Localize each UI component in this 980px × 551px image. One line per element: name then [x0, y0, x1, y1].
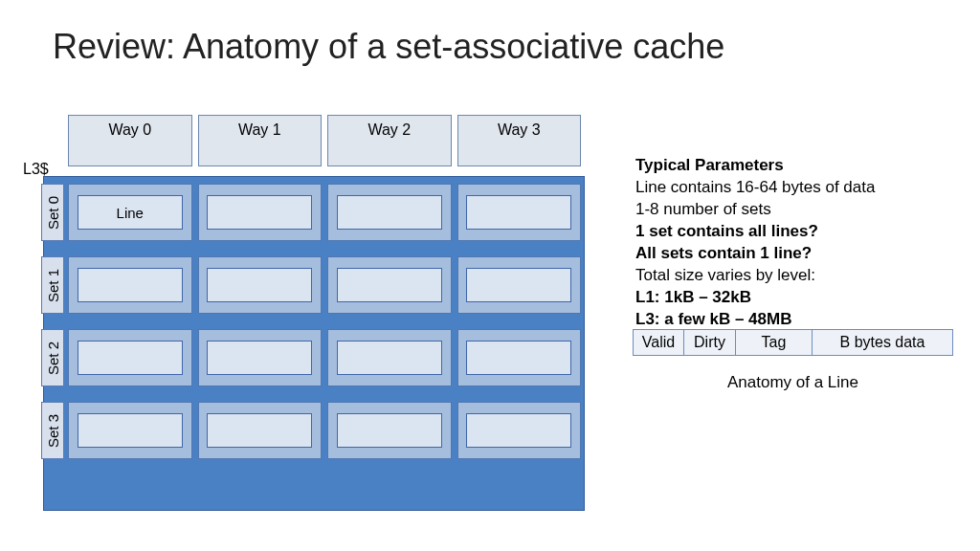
- set-row: Set 2: [41, 329, 581, 386]
- info-line: 1-8 number of sets: [635, 199, 951, 221]
- way-header-2: Way 2: [327, 115, 452, 166]
- cache-line-cell: [327, 402, 452, 459]
- set-label-3: Set 3: [41, 402, 64, 459]
- line-box: [337, 268, 442, 302]
- set-row: Set 1: [41, 256, 581, 314]
- line-box: [78, 268, 183, 302]
- set-label-1: Set 1: [41, 256, 64, 314]
- cache-line-cell: [327, 184, 452, 241]
- way-header-3: Way 3: [457, 115, 582, 166]
- line-box: [207, 195, 312, 230]
- set-label-2: Set 2: [41, 329, 64, 386]
- cache-line-cell: [68, 256, 192, 314]
- cache-line-cell: [198, 329, 323, 386]
- line-box: [207, 268, 312, 302]
- line-field-tag: Tag: [736, 329, 813, 356]
- typical-parameters: Typical Parameters Line contains 16-64 b…: [635, 155, 951, 331]
- line-box: [337, 195, 442, 230]
- line-anatomy-caption: Anatomy of a Line: [633, 373, 953, 392]
- line-box: [207, 413, 312, 448]
- set-label-0: Set 0: [41, 184, 64, 241]
- line-anatomy-row: Valid Dirty Tag B bytes data: [633, 329, 953, 356]
- line-label-box: Line: [78, 195, 183, 230]
- line-field-valid: Valid: [633, 329, 684, 356]
- cache-line-cell: [457, 402, 582, 459]
- info-heading: Typical Parameters: [635, 155, 951, 177]
- cache-diagram: Way 0 Way 1 Way 2 Way 3 Set 0 Line Set 1: [41, 115, 581, 459]
- cache-line-cell: [457, 184, 582, 241]
- info-line: L1: 1kB – 32kB: [635, 287, 951, 309]
- line-box: [466, 341, 571, 375]
- cache-line-cell: [457, 256, 582, 314]
- line-anatomy: Valid Dirty Tag B bytes data Anatomy of …: [633, 329, 953, 392]
- line-box: [337, 413, 442, 448]
- line-box: [466, 413, 571, 448]
- info-line: 1 set contains all lines?: [635, 221, 951, 243]
- ways-header-row: Way 0 Way 1 Way 2 Way 3: [68, 115, 581, 166]
- set-body: [68, 402, 581, 459]
- cache-line-cell: [198, 402, 323, 459]
- line-box: [466, 195, 571, 230]
- way-header-0: Way 0: [68, 115, 192, 166]
- line-field-data: B bytes data: [813, 329, 953, 356]
- cache-line-cell: [68, 329, 192, 386]
- cache-line-cell: [327, 256, 452, 314]
- line-box: [78, 341, 183, 375]
- line-box: [207, 341, 312, 375]
- slide-title: Review: Anatomy of a set-associative cac…: [53, 27, 724, 67]
- line-box: [337, 341, 442, 375]
- set-body: Line: [68, 184, 581, 241]
- cache-line-cell: [198, 256, 323, 314]
- cache-line-cell: [68, 402, 192, 459]
- way-header-1: Way 1: [198, 115, 323, 166]
- cache-line-cell: [198, 184, 323, 241]
- cache-line-cell: [327, 329, 452, 386]
- set-row: Set 0 Line: [41, 184, 581, 241]
- set-row: Set 3: [41, 402, 581, 459]
- info-line: L3: a few kB – 48MB: [635, 309, 951, 331]
- line-field-dirty: Dirty: [684, 329, 736, 356]
- set-body: [68, 329, 581, 386]
- line-box: [466, 268, 571, 302]
- set-body: [68, 256, 581, 314]
- line-box: [78, 413, 183, 448]
- info-line: Line contains 16-64 bytes of data: [635, 177, 951, 199]
- cache-line-cell: [457, 329, 582, 386]
- cache-line-cell: Line: [68, 184, 192, 241]
- sets-container: Set 0 Line Set 1 Set 2: [41, 184, 581, 459]
- info-line: Total size varies by level:: [635, 265, 951, 287]
- info-line: All sets contain 1 line?: [635, 243, 951, 265]
